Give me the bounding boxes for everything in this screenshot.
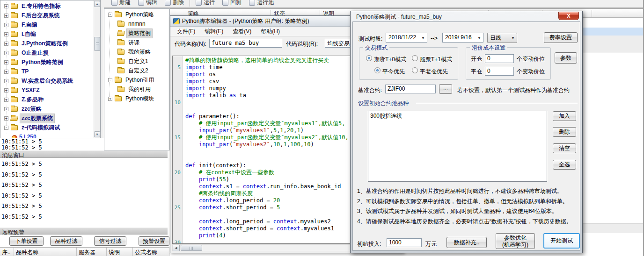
- tree-item[interactable]: +W.实盘后台交易系统: [1, 76, 93, 85]
- scroll-left-icon[interactable]: ◀: [173, 245, 180, 251]
- tree-item[interactable]: 我的引用: [105, 85, 169, 94]
- expand-toggle-icon[interactable]: +: [4, 51, 8, 55]
- tree-item[interactable]: 自定义1: [105, 57, 169, 66]
- tree-item[interactable]: 自定义2: [105, 66, 169, 75]
- line-number: [173, 78, 181, 85]
- tree-item[interactable]: +E.专用特色指标: [1, 1, 93, 11]
- slippage-title: 滑价成本设置: [470, 44, 507, 52]
- date-from-combobox[interactable]: 2018/11/22▼: [386, 33, 427, 43]
- param-optimize-button[interactable]: 参数优化 (机器学习): [496, 233, 535, 249]
- date-to-value: 2019/ 9/16: [445, 34, 472, 41]
- chevron-down-icon[interactable]: ▼: [477, 36, 481, 40]
- slip-input[interactable]: 0: [485, 67, 514, 76]
- expand-toggle-icon[interactable]: +: [4, 14, 8, 18]
- expand-toggle-icon[interactable]: -: [108, 13, 112, 17]
- radio-button[interactable]: [412, 55, 418, 61]
- fee-settings-button[interactable]: 费率设置: [544, 32, 578, 43]
- expand-toggle-icon[interactable]: +: [4, 32, 8, 36]
- slip-input[interactable]: 0: [485, 54, 514, 63]
- expand-toggle-icon[interactable]: +: [4, 23, 8, 27]
- expand-toggle-icon[interactable]: +: [108, 97, 112, 101]
- cycle-combobox[interactable]: 日线▼: [487, 33, 517, 43]
- expand-toggle-icon[interactable]: -: [4, 126, 8, 130]
- tree-item[interactable]: 讲课: [105, 38, 169, 47]
- tree-item[interactable]: +zzc策略: [1, 104, 93, 114]
- alert-column-header[interactable]: 服务器: [77, 248, 107, 256]
- toolbar-button[interactable]: 运行池: [245, 0, 278, 7]
- alert-button[interactable]: 品种过滤: [50, 236, 82, 246]
- left-tree-scrollbar[interactable]: ▲ ▼: [94, 0, 100, 138]
- toolbar-button-label: 运行池: [257, 0, 274, 7]
- pool-button[interactable]: 删除: [553, 127, 576, 137]
- radio-button[interactable]: [412, 67, 418, 73]
- tree-item[interactable]: +Z.多品种: [1, 95, 93, 104]
- expand-toggle-icon[interactable]: +: [4, 116, 8, 121]
- toolbar-button[interactable]: 删除: [161, 0, 188, 7]
- data-supplement-button[interactable]: 数据补充..: [446, 237, 487, 248]
- toolbar-button[interactable]: 新建: [108, 0, 134, 7]
- code-name-input[interactable]: future_ma5_buy: [209, 39, 282, 48]
- expand-toggle-icon[interactable]: -: [108, 78, 112, 82]
- pool-list-item[interactable]: 300股指连续: [370, 112, 545, 120]
- alert-button[interactable]: 预警设置: [139, 236, 169, 246]
- expand-toggle-icon[interactable]: +: [4, 107, 8, 111]
- code-desc-label: 代码说明(R):: [286, 40, 318, 48]
- menu-item[interactable]: 文件(F): [172, 27, 200, 36]
- alert-column-header[interactable]: 序..: [0, 248, 14, 256]
- date-to-combobox[interactable]: 2019/ 9/16▼: [442, 33, 483, 43]
- tree-item[interactable]: +Python模块: [105, 94, 169, 103]
- tree-item[interactable]: +O止盈止损: [1, 48, 93, 57]
- scrollbar-thumb[interactable]: [94, 37, 100, 51]
- tree-item[interactable]: 策略范例: [105, 28, 169, 38]
- tree-item[interactable]: +F.后台交易系统: [1, 11, 93, 20]
- hscrollbar-thumb[interactable]: [181, 245, 202, 251]
- toolbar-button[interactable]: 编辑: [134, 0, 161, 7]
- tree-item[interactable]: 我的策略: [105, 47, 169, 57]
- expand-toggle-icon[interactable]: +: [4, 4, 8, 8]
- expand-toggle-icon[interactable]: +: [4, 88, 8, 92]
- pool-button[interactable]: 清空: [553, 143, 576, 153]
- tree-item[interactable]: +YSXFZ: [1, 85, 93, 95]
- chevron-down-icon[interactable]: ▼: [511, 36, 515, 40]
- alert-button[interactable]: 下单设置: [9, 236, 44, 246]
- tree-item[interactable]: +I.自编: [1, 29, 93, 39]
- base-contract-input[interactable]: ZJIF00: [385, 85, 436, 93]
- start-test-button[interactable]: 开始测试: [543, 233, 580, 249]
- toolbar-button[interactable]: 回测: [219, 0, 245, 7]
- contract-pool-listbox[interactable]: 300股指连续: [368, 111, 547, 182]
- menu-item[interactable]: 查看(V): [228, 27, 256, 36]
- tree-item[interactable]: +zzc股票系统: [1, 114, 93, 123]
- tree-item-clipped[interactable]: 5 l 250: [1, 132, 93, 138]
- tree-item[interactable]: -z-代码模拟调试: [1, 123, 93, 132]
- tree-item[interactable]: +Python策略范例: [1, 57, 93, 67]
- radio-button[interactable]: [366, 55, 372, 61]
- browse-button[interactable]: ...: [439, 84, 452, 94]
- initial-invest-input[interactable]: 1000: [387, 238, 422, 247]
- pool-button[interactable]: 全选: [553, 160, 576, 170]
- tree-item[interactable]: +F.自编: [1, 20, 93, 29]
- alert-column-header[interactable]: 品种名称: [14, 248, 77, 256]
- scroll-up-icon[interactable]: ▲: [94, 1, 100, 7]
- tree-item[interactable]: nnmnn: [105, 19, 169, 28]
- chevron-down-icon[interactable]: ▼: [421, 36, 425, 40]
- expand-toggle-icon[interactable]: +: [4, 60, 8, 64]
- expand-toggle-icon[interactable]: +: [4, 79, 8, 83]
- close-icon[interactable]: X: [558, 12, 579, 20]
- expand-toggle-icon[interactable]: +: [4, 70, 8, 74]
- radio-button[interactable]: [374, 67, 381, 73]
- scroll-down-icon[interactable]: ▼: [94, 131, 100, 137]
- tree-item[interactable]: -Python引用: [105, 75, 169, 85]
- expand-toggle-icon[interactable]: +: [4, 42, 8, 46]
- tree-item[interactable]: +TP: [1, 67, 93, 76]
- alert-column-header[interactable]: 公式名称: [133, 248, 169, 256]
- parameters-button[interactable]: 参数: [555, 52, 577, 64]
- alert-button[interactable]: 信号过滤: [94, 236, 126, 246]
- tree-item[interactable]: +J.Python策略范例: [1, 39, 93, 48]
- menu-item[interactable]: 编辑(E): [200, 27, 228, 36]
- pool-button[interactable]: 加入: [553, 111, 576, 121]
- menu-item[interactable]: 帮助(H): [256, 27, 285, 36]
- toolbar-button[interactable]: 运行: [192, 0, 219, 7]
- expand-toggle-icon[interactable]: +: [4, 98, 8, 102]
- tree-item[interactable]: -Python策略: [105, 10, 169, 19]
- alert-column-header[interactable]: 说明: [107, 248, 133, 256]
